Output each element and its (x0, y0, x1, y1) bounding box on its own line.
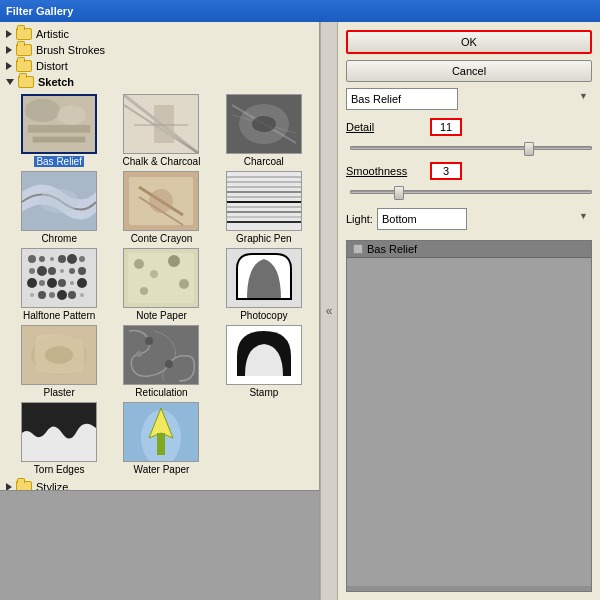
svg-point-54 (49, 292, 55, 298)
thumb-img-charcoal (226, 94, 302, 154)
thumb-note-paper[interactable]: Note Paper (112, 248, 210, 321)
title-bar: Filter Gallery (0, 0, 600, 22)
thumb-label-charcoal: Charcoal (244, 156, 284, 167)
thumb-img-note-paper (123, 248, 199, 308)
triangle-down-icon (6, 79, 14, 85)
right-panel: OK Cancel Bas Relief Chalk & Charcoal Ch… (338, 22, 600, 600)
svg-point-16 (39, 189, 79, 213)
filter-dropdown-row: Bas Relief Chalk & Charcoal Charcoal (346, 88, 592, 110)
svg-point-49 (58, 279, 66, 287)
thumb-chalk-charcoal[interactable]: Chalk & Charcoal (112, 94, 210, 167)
svg-point-14 (252, 116, 276, 132)
thumb-label-chalk: Chalk & Charcoal (123, 156, 201, 167)
thumb-reticulation[interactable]: Reticulation (112, 325, 210, 398)
svg-point-42 (48, 267, 56, 275)
svg-point-3 (57, 106, 86, 125)
preview-title-bar: Bas Relief (347, 241, 591, 258)
thumb-label-photocopy: Photocopy (240, 310, 287, 321)
category-label-artistic: Artistic (36, 28, 69, 40)
thumb-bas-relief[interactable]: Bas Relief (10, 94, 108, 167)
thumb-img-photocopy (226, 248, 302, 308)
thumb-label-bas-relief: Bas Relief (34, 156, 84, 167)
thumb-img-water-paper (123, 402, 199, 462)
main-container: Artistic Brush Strokes Distort Sketch (0, 22, 600, 600)
filter-list[interactable]: Artistic Brush Strokes Distort Sketch (0, 22, 319, 490)
thumb-label-plaster: Plaster (44, 387, 75, 398)
category-label-sketch: Sketch (38, 76, 74, 88)
smoothness-slider-row (346, 186, 592, 198)
category-artistic[interactable]: Artistic (2, 26, 317, 42)
thumb-conte-crayon[interactable]: Conte Crayon (112, 171, 210, 244)
svg-point-55 (57, 290, 67, 300)
svg-point-63 (179, 279, 189, 289)
svg-point-64 (140, 287, 148, 295)
smoothness-slider-track[interactable] (350, 190, 592, 194)
svg-point-39 (79, 256, 85, 262)
svg-point-40 (29, 268, 35, 274)
folder-icon-stylize (16, 481, 32, 490)
thumb-stamp[interactable]: Stamp (215, 325, 313, 398)
svg-point-57 (80, 293, 84, 297)
thumb-img-bas-relief (21, 94, 97, 154)
thumb-graphic-pen[interactable]: Graphic Pen (215, 171, 313, 244)
thumb-img-plaster (21, 325, 97, 385)
light-row: Light: Bottom Top Top Left Top Right Bot… (346, 208, 592, 230)
detail-input[interactable] (430, 118, 462, 136)
thumb-chrome[interactable]: Chrome (10, 171, 108, 244)
thumb-img-torn-edges (21, 402, 97, 462)
thumb-label-water-paper: Water Paper (134, 464, 190, 475)
filter-dropdown[interactable]: Bas Relief Chalk & Charcoal Charcoal (346, 88, 458, 110)
category-label-stylize: Stylize (36, 481, 68, 490)
smoothness-input[interactable] (430, 162, 462, 180)
folder-icon-sketch (18, 76, 34, 88)
detail-slider-thumb[interactable] (524, 142, 534, 156)
category-stylize[interactable]: Stylize (2, 479, 317, 490)
thumb-img-reticulation (123, 325, 199, 385)
light-dropdown[interactable]: Bottom Top Top Left Top Right Bottom Lef… (377, 208, 467, 230)
smoothness-slider-thumb[interactable] (394, 186, 404, 200)
category-sketch[interactable]: Sketch (2, 74, 317, 90)
category-label-distort: Distort (36, 60, 68, 72)
cancel-button[interactable]: Cancel (346, 60, 592, 82)
thumb-torn-edges[interactable]: Torn Edges (10, 402, 108, 475)
detail-slider-track[interactable] (350, 146, 592, 150)
collapse-handle[interactable]: « (320, 22, 338, 600)
svg-point-50 (70, 281, 74, 285)
svg-rect-79 (157, 433, 165, 455)
thumb-halftone-pattern[interactable]: Halftone Pattern (10, 248, 108, 321)
thumb-label-graphic-pen: Graphic Pen (236, 233, 292, 244)
category-distort[interactable]: Distort (2, 58, 317, 74)
folder-icon (16, 60, 32, 72)
thumb-charcoal[interactable]: Charcoal (215, 94, 313, 167)
svg-point-51 (77, 278, 87, 288)
thumb-img-halftone (21, 248, 97, 308)
thumb-plaster[interactable]: Plaster (10, 325, 108, 398)
left-bottom-area (0, 490, 319, 600)
smoothness-row: Smoothness (346, 162, 592, 180)
triangle-right-icon (6, 30, 12, 38)
svg-point-61 (150, 270, 158, 278)
triangle-right-icon (6, 483, 12, 490)
triangle-right-icon (6, 62, 12, 70)
svg-point-62 (168, 255, 180, 267)
svg-point-52 (30, 293, 34, 297)
ok-button[interactable]: OK (346, 30, 592, 54)
thumb-water-paper[interactable]: Water Paper (112, 402, 210, 475)
category-brush-strokes[interactable]: Brush Strokes (2, 42, 317, 58)
thumb-label-chrome: Chrome (41, 233, 77, 244)
svg-point-45 (78, 267, 86, 275)
svg-point-37 (58, 255, 66, 263)
detail-label: Detail (346, 121, 426, 133)
svg-rect-4 (33, 137, 86, 143)
thumb-photocopy[interactable]: Photocopy (215, 248, 313, 321)
thumb-label-note-paper: Note Paper (136, 310, 187, 321)
svg-point-73 (165, 360, 173, 368)
thumb-label-reticulation: Reticulation (135, 387, 187, 398)
detail-row: Detail (346, 118, 592, 136)
svg-point-35 (39, 256, 45, 262)
svg-rect-2 (28, 125, 90, 133)
thumb-img-conte (123, 171, 199, 231)
category-label-brush-strokes: Brush Strokes (36, 44, 105, 56)
svg-point-60 (134, 259, 144, 269)
thumb-label-stamp: Stamp (249, 387, 278, 398)
